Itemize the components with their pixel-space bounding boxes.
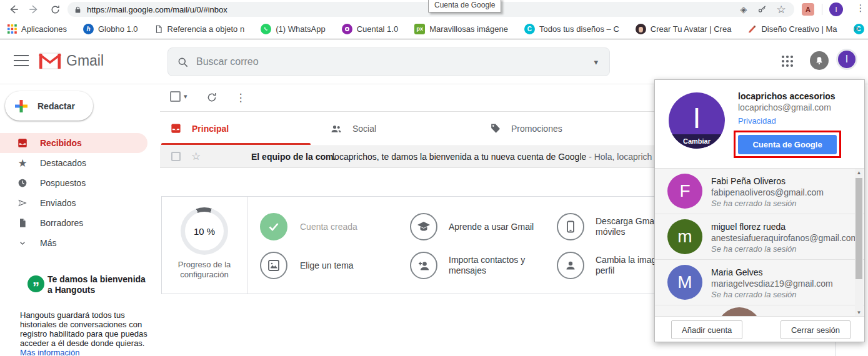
search-input[interactable] xyxy=(196,56,591,67)
bookmark-aplicaciones[interactable]: Aplicaciones xyxy=(7,24,67,34)
scrollbar-thumb[interactable] xyxy=(856,178,862,279)
tab-social[interactable]: Social xyxy=(330,112,376,145)
sidebar-item-pospuestos[interactable]: Pospuestos xyxy=(0,173,147,193)
back-icon[interactable] xyxy=(6,2,21,17)
sidebar-item-enviados[interactable]: Enviados xyxy=(0,193,147,213)
tab-promociones[interactable]: Promociones xyxy=(489,112,562,145)
globho-icon: h xyxy=(83,24,94,34)
mobile-phone-icon[interactable] xyxy=(557,213,584,240)
setup-progress-section: 10 % Progreso de la configuración xyxy=(162,197,247,294)
inbox-icon xyxy=(16,137,29,149)
import-contacts-icon[interactable] xyxy=(410,252,437,279)
search-icon[interactable] xyxy=(177,56,189,68)
bookmark-whatsapp[interactable]: (1) WhatsApp xyxy=(261,24,325,34)
sidebar-item-borradores[interactable]: Borradores xyxy=(0,213,147,233)
current-account-avatar[interactable]: I Cambiar xyxy=(669,92,725,149)
privacy-link[interactable]: Privacidad xyxy=(738,116,776,126)
bookmarks-overflow-icon[interactable]: » xyxy=(854,22,859,33)
hangouts-icon: ” xyxy=(27,275,44,292)
hangouts-more-info-link[interactable]: Más información xyxy=(20,348,79,356)
compose-button[interactable]: Redactar xyxy=(5,91,93,121)
principal-inbox-icon xyxy=(170,122,182,134)
content-edge-divider xyxy=(835,342,836,356)
email-checkbox[interactable] xyxy=(171,152,181,161)
refresh-list-icon[interactable] xyxy=(204,89,220,106)
canva-icon: C xyxy=(524,24,535,34)
add-account-button[interactable]: Añadir cuenta xyxy=(671,320,742,339)
account-menu-footer: Añadir cuenta Cerrar sesión xyxy=(655,316,864,342)
toolbar-separator xyxy=(822,4,822,15)
sidebar: Redactar Recibidos ★ Destacados Pospuest… xyxy=(0,84,160,356)
bookmark-cuental[interactable]: Cuental 1.0 xyxy=(342,24,399,34)
sidebar-item-recibidos[interactable]: Recibidos xyxy=(0,133,147,153)
account-avatar[interactable]: I xyxy=(836,49,857,70)
progress-ring: 10 % xyxy=(181,207,228,255)
select-caret-icon[interactable]: ▾ xyxy=(184,92,187,101)
current-account-name: locaprichos accesorios xyxy=(738,91,836,101)
email-star-icon[interactable]: ☆ xyxy=(191,150,201,163)
select-all-checkbox[interactable] xyxy=(170,91,181,102)
account-created-check-icon xyxy=(260,213,287,240)
account-row-miguel[interactable]: m miguel florez rueda anestesiafueraquir… xyxy=(655,214,864,260)
sign-out-button[interactable]: Cerrar sesión xyxy=(781,320,851,339)
google-account-button[interactable]: Cuenta de Google xyxy=(738,135,837,154)
forward-icon[interactable] xyxy=(26,2,41,17)
social-people-icon xyxy=(330,122,342,135)
learn-gmail-icon[interactable] xyxy=(410,213,437,240)
account-list-scrollbar[interactable]: ▲ ▼ xyxy=(855,169,863,316)
hangouts-body: Hangouts guardará todos tus historiales … xyxy=(20,310,154,356)
tab-principal[interactable]: Principal xyxy=(170,112,229,145)
tag-icon xyxy=(489,122,501,134)
lock-icon xyxy=(74,6,82,14)
apps-grid-color-icon xyxy=(7,24,17,34)
account-row-maria[interactable]: M Maria Gelves mariagelvesdiaz19@gmail.c… xyxy=(655,260,864,305)
account-row-fabi[interactable]: F Fabi Peña Oliveros fabipenaoliveros@gm… xyxy=(655,169,864,214)
search-bar[interactable]: ▾ xyxy=(167,47,610,76)
browser-profile-avatar[interactable]: I xyxy=(829,2,843,16)
apps-grid-icon[interactable] xyxy=(781,55,794,67)
bookmark-maravillosas[interactable]: px Maravillosas imágene xyxy=(414,24,508,34)
scroll-down-icon[interactable]: ▼ xyxy=(855,309,863,316)
change-avatar-label[interactable]: Cambiar xyxy=(669,134,725,149)
bookmark-diamond-icon[interactable]: ◈ xyxy=(737,2,751,16)
sidebar-item-destacados[interactable]: ★ Destacados xyxy=(0,153,147,173)
setup-item-tema[interactable]: Elige un tema xyxy=(300,260,400,271)
draft-file-icon xyxy=(16,217,29,229)
chevron-down-icon xyxy=(16,237,29,249)
partial-account-avatar[interactable] xyxy=(717,307,761,316)
bookmark-diseno-creativo[interactable]: Diseño Creativo | Ma xyxy=(747,24,837,34)
compose-label: Redactar xyxy=(37,101,75,111)
bookmark-todos-tus-disenos[interactable]: C Todos tus diseños – C xyxy=(524,24,619,34)
url-text[interactable]: https://mail.google.com/mail/u/0/#inbox xyxy=(87,5,732,14)
setup-item-importa[interactable]: Importa contactos y mensajes xyxy=(449,255,549,276)
password-key-icon[interactable] xyxy=(756,2,769,16)
screen: https://mail.google.com/mail/u/0/#inbox … xyxy=(0,0,868,356)
page-icon xyxy=(154,24,163,34)
paintbrush-icon xyxy=(747,24,757,34)
bookmark-referencia[interactable]: Referencia a objeto n xyxy=(154,24,245,34)
bookmark-crear-tu-avatar[interactable]: Crear Tu Avatar | Crea xyxy=(636,24,732,34)
refresh-icon[interactable] xyxy=(47,2,62,17)
scroll-up-icon[interactable]: ▲ xyxy=(855,169,863,177)
progress-value: 10 % xyxy=(185,212,224,250)
sidebar-item-mas[interactable]: Más xyxy=(0,233,147,253)
gmail-logo-text: Gmail xyxy=(66,52,104,69)
progress-caption: Progreso de la configuración xyxy=(167,260,242,280)
account-list: F Fabi Peña Oliveros fabipenaoliveros@gm… xyxy=(655,168,864,316)
px-icon: px xyxy=(414,24,425,34)
bookmark-globho[interactable]: h Globho 1.0 xyxy=(83,24,138,34)
profile-image-icon[interactable] xyxy=(557,252,584,279)
search-options-caret-icon[interactable]: ▾ xyxy=(591,57,601,67)
main-menu-icon[interactable] xyxy=(14,55,29,67)
tooltip-cuenta-de-google: Cuenta de Google xyxy=(428,0,501,12)
account-avatar-mg: M xyxy=(667,265,702,300)
bookmark-star-icon[interactable]: ☆ xyxy=(774,2,788,16)
theme-image-icon[interactable] xyxy=(260,252,287,279)
gmail-logo[interactable]: Gmail xyxy=(39,52,104,69)
more-options-icon[interactable]: ⋮ xyxy=(232,89,249,106)
gmail-envelope-icon xyxy=(39,52,61,69)
adobe-pdf-extension-icon[interactable]: A xyxy=(802,3,814,16)
notifications-bell-icon[interactable] xyxy=(810,51,829,70)
browser-menu-icon[interactable]: ⋮ xyxy=(855,2,866,16)
setup-item-aprende[interactable]: Aprende a usar Gmail xyxy=(449,222,549,232)
